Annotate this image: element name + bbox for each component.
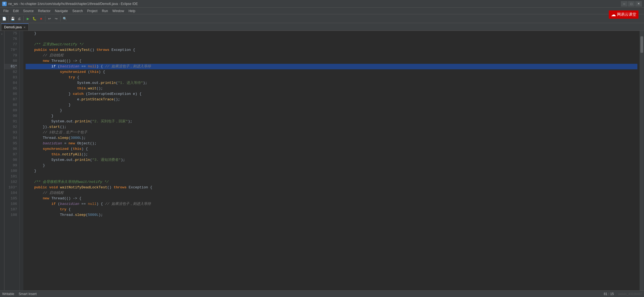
ln-93: 93 (4, 130, 17, 135)
close-button[interactable]: ✕ (635, 1, 642, 7)
ln-106: 106 (4, 201, 17, 207)
save-btn[interactable]: 💾 (10, 16, 16, 22)
code-line-108: Thread. sleep ( 5000L ); (26, 212, 637, 218)
sep2 (23, 16, 24, 21)
maximize-button[interactable]: □ (628, 1, 635, 7)
status-right: 81 : 15 weixin_43228497 (604, 292, 642, 296)
ln-83: 83 (4, 75, 17, 80)
code-line-84: System.out. println ( "1. 进入等待" ); (26, 80, 637, 86)
new-file-btn[interactable]: 📄 (1, 16, 7, 22)
ln-97: 97 (4, 152, 17, 157)
code-line-91: System.out. println ( "2. 买到包子，回家" ); (26, 119, 637, 124)
menu-run[interactable]: Run (100, 9, 110, 13)
code-line-78: public void waitNotifyTest () throws Exc… (26, 47, 637, 53)
code-line-75: } (26, 31, 637, 36)
ln-100: 100 (4, 168, 17, 174)
stop-btn[interactable]: ■ (38, 16, 44, 22)
ln-107: 107 (4, 207, 17, 212)
ln-86: 86 (4, 91, 17, 97)
netease-logo: ☁ 网易云课堂 (609, 10, 638, 19)
ln-99: 99 (4, 163, 17, 168)
code-line-86: } catch (InterruptedException e) { (26, 91, 637, 97)
ln-88: 88 (4, 102, 17, 108)
tab-close-btn[interactable]: ✕ (23, 26, 26, 29)
ln-87: 87 (4, 97, 17, 102)
search-btn[interactable]: 🔍 (62, 16, 68, 22)
left-sidebar: ▷ (0, 31, 4, 290)
code-line-80: new Thread(() -> { (26, 58, 637, 64)
ln-94: 94 (4, 135, 17, 141)
code-line-87: e. printStackTrace (); (26, 97, 637, 102)
code-area[interactable]: } /** 正常的wait/notify */ public void wait… (23, 31, 640, 290)
ln-104: 104 (4, 190, 17, 196)
menu-navigate[interactable]: Navigate (53, 9, 70, 13)
ln-98: 98 (4, 157, 17, 163)
code-line-94: Thread. sleep ( 3000L ); (26, 135, 637, 141)
menu-refactor[interactable]: Refactor (36, 9, 53, 13)
code-line-105: new Thread(() -> { (26, 196, 637, 201)
code-line-95: baozidian = new Object(); (26, 141, 637, 146)
menu-window[interactable]: Window (110, 9, 126, 13)
code-line-100: } (26, 168, 637, 174)
tab-demo6[interactable]: Demo6.java ✕ (1, 23, 29, 31)
sep4 (60, 16, 61, 21)
status-bar: Writable Smart Insert 81 : 15 weixin_432… (0, 290, 644, 297)
code-line-85: this . wait (); (26, 86, 637, 91)
ln-90: 90 (4, 113, 17, 119)
ln-102: 102 (4, 179, 17, 185)
writable-status: Writable (2, 292, 14, 296)
sep3 (45, 16, 45, 21)
window-controls: ─ □ ✕ (621, 1, 642, 7)
run-btn[interactable]: ▶ (25, 16, 31, 22)
menu-help[interactable]: Help (126, 9, 138, 13)
gutter (20, 31, 23, 290)
tab-label: Demo6.java (4, 25, 22, 29)
code-line-107: try { (26, 207, 637, 212)
code-line-101 (26, 174, 637, 179)
minimize-button[interactable]: ─ (621, 1, 627, 7)
ln-80: 80 (4, 58, 17, 64)
app-icon: E (2, 2, 7, 6)
code-line-92: }). start (); (26, 124, 637, 130)
tabs-bar: Demo6.java ✕ (0, 23, 644, 31)
undo-btn[interactable]: ↩ (47, 16, 53, 22)
line-numbers: 75 76 77 78* 79 80 81* 82 83 84 85 86 87… (4, 31, 20, 290)
scrollbar-thumb[interactable] (640, 36, 643, 53)
menu-search[interactable]: Search (70, 9, 85, 13)
code-line-93: // 3秒之后，生产一个包子 (26, 130, 637, 135)
scrollbar-track[interactable] (640, 31, 644, 290)
cursor-position: 81 : 15 (604, 292, 614, 296)
window-title: ne_ws - hc-chapter-1/src/com/study/hc/th… (8, 2, 621, 6)
title-bar: E ne_ws - hc-chapter-1/src/com/study/hc/… (0, 0, 644, 8)
toolbar: 📄 💾 🖨 ▶ 🐛 ■ ↩ ↪ 🔍 (0, 14, 644, 23)
debug-btn[interactable]: 🐛 (31, 16, 37, 22)
redo-btn[interactable]: ↪ (53, 16, 59, 22)
menu-file[interactable]: File (1, 9, 11, 13)
ln-95: 95 (4, 141, 17, 146)
ln-108: 108 (4, 212, 17, 218)
code-line-88: } (26, 102, 637, 108)
code-line-96: synchronized ( this ) { (26, 146, 637, 152)
menu-bar: File Edit Source Refactor Navigate Searc… (0, 8, 644, 14)
ln-96: 96 (4, 146, 17, 152)
ln-85: 85 (4, 86, 17, 91)
ln-92: 92 (4, 124, 17, 130)
netease-text: 网易云课堂 (617, 12, 636, 17)
ln-77: 77 (4, 42, 17, 47)
print-btn[interactable]: 🖨 (16, 16, 22, 22)
watermark-text: weixin_43228497 (618, 292, 642, 296)
ln-91: 91 (4, 119, 17, 124)
menu-source[interactable]: Source (21, 9, 36, 13)
code-line-83: try { (26, 75, 637, 80)
ln-103: 103* (4, 185, 17, 190)
code-line-81: if ( baozidian == null ) { // 如果没包子，则进入等… (26, 64, 637, 69)
sep1 (8, 16, 9, 21)
ln-79: 79 (4, 53, 17, 58)
code-line-98: System.out. println ( "3. 通知消费者" ); (26, 157, 637, 163)
menu-project[interactable]: Project (85, 9, 100, 13)
code-line-97: this . notifyAll (); (26, 152, 637, 157)
code-line-90: } (26, 113, 637, 119)
menu-edit[interactable]: Edit (11, 9, 21, 13)
ln-76: 76 (4, 36, 17, 42)
right-scrollbar[interactable] (640, 31, 644, 290)
